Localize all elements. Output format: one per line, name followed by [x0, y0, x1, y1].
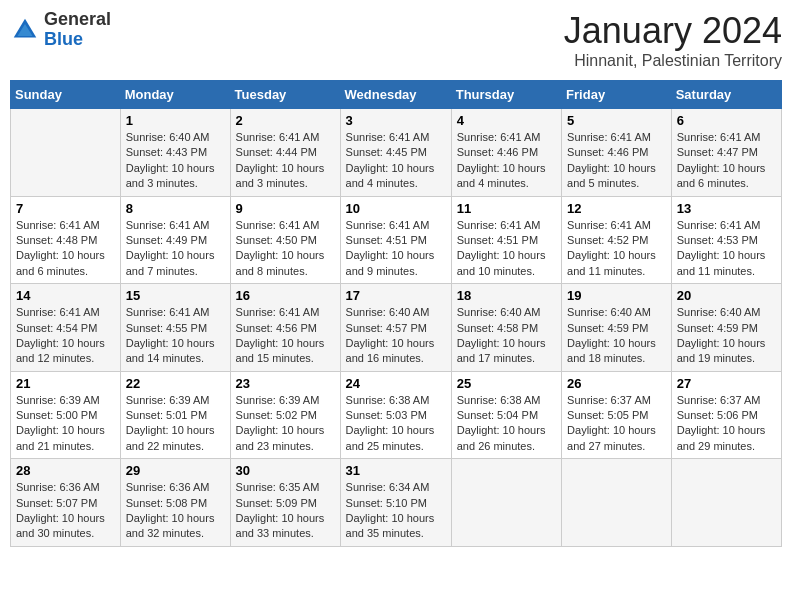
- sunrise-text: Sunrise: 6:41 AM: [346, 130, 446, 145]
- day-info: Sunrise: 6:34 AM Sunset: 5:10 PM Dayligh…: [346, 480, 446, 542]
- day-info: Sunrise: 6:41 AM Sunset: 4:45 PM Dayligh…: [346, 130, 446, 192]
- sunrise-text: Sunrise: 6:41 AM: [567, 130, 666, 145]
- sunset-text: Sunset: 4:55 PM: [126, 321, 225, 336]
- day-number: 25: [457, 376, 556, 391]
- day-header-wednesday: Wednesday: [340, 81, 451, 109]
- sunset-text: Sunset: 4:44 PM: [236, 145, 335, 160]
- day-number: 7: [16, 201, 115, 216]
- day-number: 3: [346, 113, 446, 128]
- day-number: 26: [567, 376, 666, 391]
- day-number: 1: [126, 113, 225, 128]
- sunset-text: Sunset: 5:01 PM: [126, 408, 225, 423]
- sunset-text: Sunset: 5:06 PM: [677, 408, 776, 423]
- sunset-text: Sunset: 4:53 PM: [677, 233, 776, 248]
- sunrise-text: Sunrise: 6:41 AM: [567, 218, 666, 233]
- day-number: 30: [236, 463, 335, 478]
- day-info: Sunrise: 6:40 AM Sunset: 4:59 PM Dayligh…: [567, 305, 666, 367]
- day-cell: 17 Sunrise: 6:40 AM Sunset: 4:57 PM Dayl…: [340, 284, 451, 372]
- day-info: Sunrise: 6:41 AM Sunset: 4:46 PM Dayligh…: [457, 130, 556, 192]
- day-info: Sunrise: 6:41 AM Sunset: 4:48 PM Dayligh…: [16, 218, 115, 280]
- daylight-text: Daylight: 10 hours and 22 minutes.: [126, 423, 225, 454]
- daylight-text: Daylight: 10 hours and 4 minutes.: [346, 161, 446, 192]
- daylight-text: Daylight: 10 hours and 3 minutes.: [126, 161, 225, 192]
- day-info: Sunrise: 6:40 AM Sunset: 4:43 PM Dayligh…: [126, 130, 225, 192]
- day-cell: 15 Sunrise: 6:41 AM Sunset: 4:55 PM Dayl…: [120, 284, 230, 372]
- day-number: 2: [236, 113, 335, 128]
- day-info: Sunrise: 6:39 AM Sunset: 5:02 PM Dayligh…: [236, 393, 335, 455]
- day-cell: 4 Sunrise: 6:41 AM Sunset: 4:46 PM Dayli…: [451, 109, 561, 197]
- day-info: Sunrise: 6:40 AM Sunset: 4:59 PM Dayligh…: [677, 305, 776, 367]
- daylight-text: Daylight: 10 hours and 29 minutes.: [677, 423, 776, 454]
- header-row: SundayMondayTuesdayWednesdayThursdayFrid…: [11, 81, 782, 109]
- day-cell: 18 Sunrise: 6:40 AM Sunset: 4:58 PM Dayl…: [451, 284, 561, 372]
- day-number: 27: [677, 376, 776, 391]
- day-info: Sunrise: 6:36 AM Sunset: 5:08 PM Dayligh…: [126, 480, 225, 542]
- page-header: General Blue January 2024 Hinnanit, Pale…: [10, 10, 782, 70]
- sunrise-text: Sunrise: 6:38 AM: [457, 393, 556, 408]
- daylight-text: Daylight: 10 hours and 12 minutes.: [16, 336, 115, 367]
- day-number: 4: [457, 113, 556, 128]
- daylight-text: Daylight: 10 hours and 21 minutes.: [16, 423, 115, 454]
- day-header-saturday: Saturday: [671, 81, 781, 109]
- day-number: 5: [567, 113, 666, 128]
- sunrise-text: Sunrise: 6:40 AM: [346, 305, 446, 320]
- day-info: Sunrise: 6:37 AM Sunset: 5:06 PM Dayligh…: [677, 393, 776, 455]
- sunset-text: Sunset: 4:46 PM: [457, 145, 556, 160]
- day-info: Sunrise: 6:38 AM Sunset: 5:04 PM Dayligh…: [457, 393, 556, 455]
- day-info: Sunrise: 6:41 AM Sunset: 4:52 PM Dayligh…: [567, 218, 666, 280]
- day-info: Sunrise: 6:41 AM Sunset: 4:44 PM Dayligh…: [236, 130, 335, 192]
- sunset-text: Sunset: 4:51 PM: [457, 233, 556, 248]
- day-info: Sunrise: 6:41 AM Sunset: 4:49 PM Dayligh…: [126, 218, 225, 280]
- day-cell: 19 Sunrise: 6:40 AM Sunset: 4:59 PM Dayl…: [562, 284, 672, 372]
- sunrise-text: Sunrise: 6:36 AM: [16, 480, 115, 495]
- sunrise-text: Sunrise: 6:41 AM: [126, 305, 225, 320]
- day-cell: 29 Sunrise: 6:36 AM Sunset: 5:08 PM Dayl…: [120, 459, 230, 547]
- day-number: 8: [126, 201, 225, 216]
- day-cell: [562, 459, 672, 547]
- day-cell: 25 Sunrise: 6:38 AM Sunset: 5:04 PM Dayl…: [451, 371, 561, 459]
- daylight-text: Daylight: 10 hours and 11 minutes.: [677, 248, 776, 279]
- day-info: Sunrise: 6:36 AM Sunset: 5:07 PM Dayligh…: [16, 480, 115, 542]
- logo-text: General Blue: [44, 10, 111, 50]
- day-cell: 11 Sunrise: 6:41 AM Sunset: 4:51 PM Dayl…: [451, 196, 561, 284]
- day-info: Sunrise: 6:41 AM Sunset: 4:54 PM Dayligh…: [16, 305, 115, 367]
- month-title: January 2024: [564, 10, 782, 52]
- day-number: 9: [236, 201, 335, 216]
- location-subtitle: Hinnanit, Palestinian Territory: [564, 52, 782, 70]
- day-info: Sunrise: 6:41 AM Sunset: 4:55 PM Dayligh…: [126, 305, 225, 367]
- sunset-text: Sunset: 4:47 PM: [677, 145, 776, 160]
- sunset-text: Sunset: 4:59 PM: [567, 321, 666, 336]
- day-number: 15: [126, 288, 225, 303]
- sunset-text: Sunset: 4:54 PM: [16, 321, 115, 336]
- day-cell: [671, 459, 781, 547]
- sunrise-text: Sunrise: 6:41 AM: [677, 130, 776, 145]
- day-info: Sunrise: 6:37 AM Sunset: 5:05 PM Dayligh…: [567, 393, 666, 455]
- day-cell: 12 Sunrise: 6:41 AM Sunset: 4:52 PM Dayl…: [562, 196, 672, 284]
- day-number: 6: [677, 113, 776, 128]
- sunrise-text: Sunrise: 6:39 AM: [16, 393, 115, 408]
- sunrise-text: Sunrise: 6:40 AM: [457, 305, 556, 320]
- day-cell: 10 Sunrise: 6:41 AM Sunset: 4:51 PM Dayl…: [340, 196, 451, 284]
- daylight-text: Daylight: 10 hours and 33 minutes.: [236, 511, 335, 542]
- day-cell: 1 Sunrise: 6:40 AM Sunset: 4:43 PM Dayli…: [120, 109, 230, 197]
- sunset-text: Sunset: 4:49 PM: [126, 233, 225, 248]
- sunset-text: Sunset: 5:00 PM: [16, 408, 115, 423]
- day-number: 20: [677, 288, 776, 303]
- day-number: 21: [16, 376, 115, 391]
- title-block: January 2024 Hinnanit, Palestinian Terri…: [564, 10, 782, 70]
- daylight-text: Daylight: 10 hours and 7 minutes.: [126, 248, 225, 279]
- day-number: 29: [126, 463, 225, 478]
- sunset-text: Sunset: 5:07 PM: [16, 496, 115, 511]
- day-cell: 7 Sunrise: 6:41 AM Sunset: 4:48 PM Dayli…: [11, 196, 121, 284]
- daylight-text: Daylight: 10 hours and 25 minutes.: [346, 423, 446, 454]
- day-number: 31: [346, 463, 446, 478]
- sunset-text: Sunset: 4:56 PM: [236, 321, 335, 336]
- sunset-text: Sunset: 5:02 PM: [236, 408, 335, 423]
- daylight-text: Daylight: 10 hours and 30 minutes.: [16, 511, 115, 542]
- daylight-text: Daylight: 10 hours and 5 minutes.: [567, 161, 666, 192]
- daylight-text: Daylight: 10 hours and 6 minutes.: [677, 161, 776, 192]
- day-info: Sunrise: 6:41 AM Sunset: 4:47 PM Dayligh…: [677, 130, 776, 192]
- day-cell: 2 Sunrise: 6:41 AM Sunset: 4:44 PM Dayli…: [230, 109, 340, 197]
- daylight-text: Daylight: 10 hours and 18 minutes.: [567, 336, 666, 367]
- week-row-1: 1 Sunrise: 6:40 AM Sunset: 4:43 PM Dayli…: [11, 109, 782, 197]
